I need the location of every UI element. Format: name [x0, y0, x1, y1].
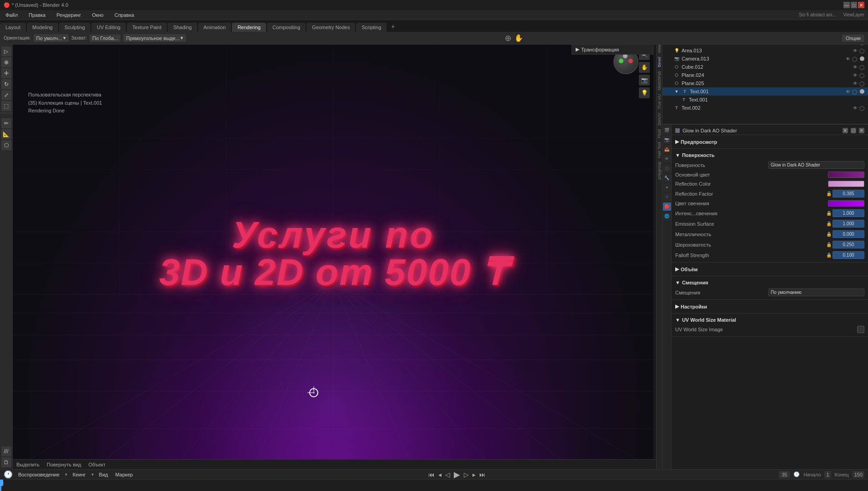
vert-label-sketchfab[interactable]: SketchFab — [657, 69, 662, 92]
close-button[interactable]: ✕ — [858, 2, 864, 8]
menu-window[interactable]: Окно — [90, 11, 105, 19]
vert-label-polygroup[interactable]: polygroup — [657, 160, 662, 182]
shader-nodelink-btn[interactable]: ⬡ — [851, 128, 856, 133]
shader-delete-btn[interactable]: ✕ — [859, 128, 864, 133]
eye-icon-3[interactable]: 👁 — [853, 48, 858, 53]
menu-render[interactable]: Рендеринг — [55, 11, 83, 19]
options-button[interactable]: Опции — [842, 35, 864, 42]
uv-world-title[interactable]: ▼ UV World Size Material — [672, 315, 868, 324]
preview-title[interactable]: ▶ Предпросмотр — [672, 137, 868, 147]
camera-view-btn[interactable]: 📷 — [639, 75, 650, 86]
exclude-icon-6[interactable]: ◯ — [859, 81, 864, 86]
falloff-lock[interactable]: 🔒 — [826, 253, 832, 258]
tree-item-text001[interactable]: ▼ T Text.001 👁 ◯ — [662, 87, 868, 96]
tab-rendering[interactable]: Rendering — [232, 23, 266, 32]
timeline-marker[interactable]: Маркер — [113, 471, 135, 478]
tab-layout[interactable]: Layout — [0, 23, 26, 32]
emit-int-value[interactable]: 1.000 — [833, 209, 864, 217]
transform-tool[interactable]: ⬚ — [1, 101, 11, 111]
tab-scripting[interactable]: Scripting — [356, 23, 386, 32]
prop-tab-render[interactable]: 📷 — [663, 136, 671, 144]
tab-sculpting[interactable]: Sculpting — [59, 23, 90, 32]
cursor-tool[interactable]: ⊕ — [505, 33, 512, 43]
timeline-ruler[interactable]: 0102030405060708090100110120130140150160… — [0, 480, 868, 491]
move-tool[interactable]: ✋ — [514, 34, 523, 42]
base-color-swatch[interactable] — [828, 172, 864, 178]
exclude-icon-8[interactable]: ◯ — [859, 106, 864, 111]
timeline-playback[interactable]: Воспроизведение — [16, 471, 61, 478]
uv-image-preview[interactable] — [857, 326, 864, 333]
next-frame-btn[interactable]: ▸ — [472, 471, 476, 478]
settings-title[interactable]: ▶ Настройки — [672, 302, 868, 311]
displace-value[interactable]: По умолчанию — [768, 289, 864, 296]
add-tab-button[interactable]: + — [387, 21, 398, 32]
exclude-icon-7[interactable]: ◯ — [852, 89, 857, 94]
emit-color-swatch[interactable] — [828, 200, 864, 207]
sheet-btn[interactable]: 🗋 — [1, 457, 11, 467]
select-tool[interactable]: ▷ — [1, 46, 11, 56]
exclude-icon-3[interactable]: ◯ — [852, 56, 857, 61]
move-tool-btn[interactable]: ✛ — [1, 68, 11, 78]
prop-tab-material[interactable]: 🔴 — [663, 202, 671, 211]
tree-item-plane024[interactable]: ⬡ Plane.024 👁 ◯ — [662, 71, 868, 79]
minimize-button[interactable]: — — [843, 2, 850, 8]
exclude-icon-2[interactable]: ◯ — [859, 48, 864, 53]
prop-tab-object[interactable]: ⬡ — [663, 164, 671, 172]
current-frame-display[interactable]: 35 — [779, 471, 790, 478]
refl-color-swatch[interactable] — [828, 181, 864, 187]
measure-tool[interactable]: 📐 — [1, 129, 11, 139]
tab-compositing[interactable]: Compositing — [267, 23, 306, 32]
tree-item-area013[interactable]: 💡 Area.013 👁 ◯ — [662, 46, 868, 55]
prop-tab-world[interactable]: 🌐 — [663, 212, 671, 220]
extra-tool[interactable]: /// — [1, 446, 11, 456]
menu-help[interactable]: Справка — [113, 11, 136, 19]
vert-label-view[interactable]: View — [657, 43, 662, 55]
prop-tab-output[interactable]: 📤 — [663, 145, 671, 153]
tab-animation[interactable]: Animation — [198, 23, 231, 32]
roughness-lock[interactable]: 🔒 — [826, 242, 832, 247]
prev-keyframe-btn[interactable]: ◁ — [445, 471, 450, 478]
prop-tab-scene[interactable]: 🎬 — [663, 126, 671, 134]
next-keyframe-btn[interactable]: ▷ — [464, 471, 469, 478]
vert-label-bevel[interactable]: Bevel — [657, 55, 662, 69]
orientation-dropdown[interactable]: По умолч... ▾ — [34, 34, 69, 42]
volume-title[interactable]: ▶ Объём — [672, 264, 868, 274]
surface-value[interactable]: Glow in Dark AO Shader — [768, 161, 864, 169]
emit-int-lock[interactable]: 🔒 — [826, 211, 832, 216]
refl-factor-value[interactable]: 0.385 — [833, 190, 864, 197]
eye-icon-5[interactable]: 👁 — [853, 65, 858, 70]
main-viewport[interactable]: Услуги по 3D и 2D от 5000 ₸ Пользователь… — [13, 45, 653, 469]
start-frame[interactable]: 1 — [824, 471, 831, 478]
maximize-button[interactable]: □ — [851, 2, 857, 8]
timeline-keying[interactable]: Кеинг — [71, 471, 88, 478]
metallic-lock[interactable]: 🔒 — [826, 232, 832, 237]
tree-item-text001-child[interactable]: T Text.001 — [662, 96, 868, 104]
scale-tool[interactable]: ⤢ — [1, 90, 11, 100]
move-view-btn[interactable]: ✋ — [639, 62, 650, 73]
emit-surf-lock[interactable]: 🔒 — [826, 221, 832, 226]
cursor-tool-btn[interactable]: ⊕ — [1, 57, 11, 67]
exclude-icon-4[interactable]: ◯ — [859, 65, 864, 70]
add-tool[interactable]: ⬡ — [1, 140, 11, 150]
tree-item-text002[interactable]: T Text.002 👁 ◯ — [662, 104, 868, 112]
prop-tab-view[interactable]: 👁 — [663, 155, 671, 163]
prop-tab-modifiers[interactable]: 🔧 — [663, 174, 671, 182]
vert-label-hairtool[interactable]: Hair Tool — [657, 140, 662, 160]
prop-tab-particles[interactable]: ✦ — [663, 183, 671, 192]
surface-title[interactable]: ▼ Поверхность — [672, 151, 868, 160]
tab-modeling[interactable]: Modeling — [27, 23, 58, 32]
annotate-tool[interactable]: ✏ — [1, 118, 11, 128]
tree-item-cube[interactable]: ⬡ Cube.012 👁 ◯ — [662, 63, 868, 71]
tab-uv-editing[interactable]: UV Editing — [91, 23, 126, 32]
transform-dropdown[interactable]: По Глоба... — [90, 35, 120, 42]
eye-icon-7[interactable]: 👁 — [853, 81, 858, 86]
menu-edit[interactable]: Правка — [27, 11, 47, 19]
jump-start-btn[interactable]: ⏮ — [428, 471, 435, 478]
prev-frame-btn[interactable]: ◂ — [438, 471, 442, 478]
vert-label-fluid[interactable]: Fluid — [657, 127, 662, 140]
refl-lock-icon[interactable]: 🔒 — [826, 191, 832, 196]
light-view-btn[interactable]: 💡 — [639, 87, 650, 98]
rotate-tool[interactable]: ↻ — [1, 79, 11, 89]
tab-shading[interactable]: Shading — [168, 23, 197, 32]
vert-label-zenuv[interactable]: ZenUV — [657, 111, 662, 127]
